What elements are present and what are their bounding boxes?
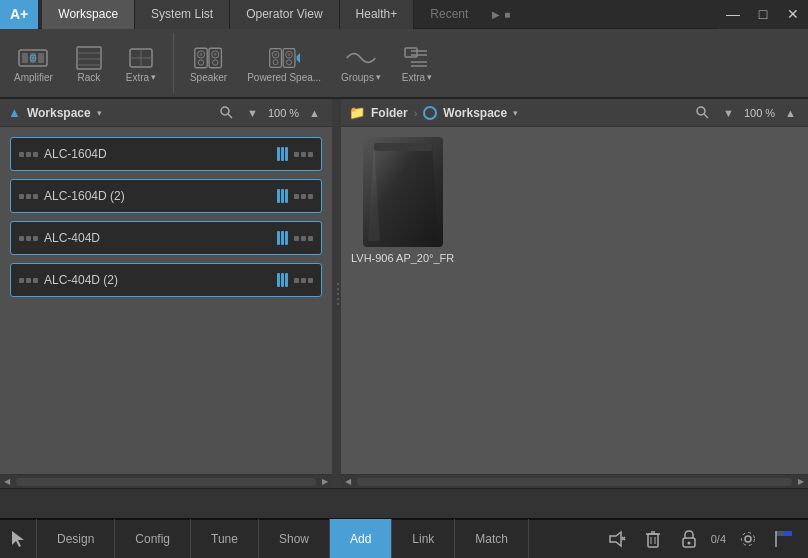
svg-point-35: [221, 107, 229, 115]
left-panel-controls: ▼ 100 % ▲: [215, 103, 324, 123]
left-panel-search-btn[interactable]: [215, 103, 237, 123]
amp-dots-2: [19, 194, 38, 199]
stop-icon[interactable]: ■: [504, 9, 510, 20]
scroll-left-arrow[interactable]: ◀: [0, 475, 14, 489]
extra-left-label: Extra: [126, 72, 149, 83]
right-workspace-label: Workspace: [443, 106, 507, 120]
left-panel-content: ALC-1604D ALC-1604D (2): [0, 127, 332, 474]
mute-btn[interactable]: [603, 525, 631, 553]
design-btn[interactable]: Design: [37, 519, 115, 558]
left-panel: ▲ Workspace ▾ ▼ 100 % ▲ A: [0, 99, 335, 488]
amp-name-1: ALC-1604D: [44, 147, 271, 161]
extra-left-icon: [125, 44, 157, 72]
tool-extra-left[interactable]: Extra ▾: [117, 40, 165, 87]
svg-point-20: [212, 59, 217, 64]
svg-marker-40: [12, 531, 24, 547]
tool-speaker[interactable]: Speaker: [182, 40, 235, 87]
amp-dots-right-1: [294, 152, 313, 157]
scroll-right-arrow[interactable]: ▶: [318, 475, 332, 489]
amp-item-3[interactable]: ALC-404D: [10, 221, 322, 255]
add-btn[interactable]: Add: [330, 519, 392, 558]
amp-name-3: ALC-404D: [44, 231, 271, 245]
left-panel-dropdown-icon[interactable]: ▾: [97, 108, 102, 118]
scroll-track[interactable]: [16, 478, 316, 486]
toolbar-separator-1: [173, 33, 174, 93]
svg-point-16: [198, 59, 203, 64]
amp-dots-4: [19, 278, 38, 283]
amp-dots-right-3: [294, 236, 313, 241]
svg-rect-54: [784, 531, 792, 536]
play-icon[interactable]: ▶: [492, 9, 500, 20]
right-panel-zoom-in-btn[interactable]: ▲: [781, 105, 800, 121]
maximize-button[interactable]: □: [748, 0, 778, 29]
svg-point-24: [273, 59, 278, 64]
link-btn[interactable]: Link: [392, 519, 455, 558]
toolbar: Amplifier Rack Extra ▾: [0, 29, 808, 99]
right-panel: 📁 Folder › Workspace ▾ ▼ 100 % ▲: [341, 99, 808, 488]
right-panel-filter-btn[interactable]: ▼: [719, 105, 738, 121]
amp-handle-3: [277, 231, 288, 245]
svg-rect-44: [648, 534, 658, 547]
close-button[interactable]: ✕: [778, 0, 808, 29]
svg-rect-53: [776, 531, 784, 536]
main-area: ▲ Workspace ▾ ▼ 100 % ▲ A: [0, 99, 808, 488]
speaker-item[interactable]: LVH-906 AP_20°_FR: [351, 137, 454, 265]
tool-rack[interactable]: Rack: [65, 40, 113, 87]
right-workspace-dropdown-icon[interactable]: ▾: [513, 108, 518, 118]
extra-right-dropdown-icon: ▾: [427, 72, 432, 82]
title-bar: A+ Workspace System List Operator View H…: [0, 0, 808, 29]
amp-dots-3: [19, 236, 38, 241]
amp-item-1[interactable]: ALC-1604D: [10, 137, 322, 171]
amplifier-icon: [17, 44, 49, 72]
right-scroll-left-arrow[interactable]: ◀: [341, 475, 355, 489]
speaker-icon: [193, 44, 225, 72]
svg-rect-1: [22, 53, 28, 63]
tune-btn[interactable]: Tune: [191, 519, 259, 558]
tab-operator-view[interactable]: Operator View: [230, 0, 339, 29]
left-panel-scrollbar[interactable]: ◀ ▶: [0, 474, 332, 488]
tab-system-list[interactable]: System List: [135, 0, 230, 29]
svg-point-23: [274, 53, 277, 56]
bottom-toolbar: Design Config Tune Show Add Link Match: [0, 518, 808, 558]
settings-btn[interactable]: [734, 525, 762, 553]
left-panel-collapse-icon[interactable]: ▲: [8, 105, 21, 120]
right-panel-controls: ▼ 100 % ▲: [691, 103, 800, 123]
groups-label: Groups: [341, 72, 374, 83]
amp-handle-4: [277, 273, 288, 287]
tool-groups[interactable]: Groups ▾: [333, 40, 389, 87]
right-scroll-track[interactable]: [357, 478, 792, 486]
minimize-button[interactable]: —: [718, 0, 748, 29]
left-panel-header: ▲ Workspace ▾ ▼ 100 % ▲: [0, 99, 332, 127]
info-bar: [0, 488, 808, 518]
folder-icon: 📁: [349, 105, 365, 120]
lock-btn[interactable]: [675, 525, 703, 553]
app-logo[interactable]: A+: [0, 0, 38, 29]
folder-label: Folder: [371, 106, 408, 120]
amp-item-4[interactable]: ALC-404D (2): [10, 263, 322, 297]
svg-marker-29: [297, 52, 300, 62]
show-btn[interactable]: Show: [259, 519, 330, 558]
svg-point-27: [288, 53, 291, 56]
left-panel-title: Workspace: [27, 106, 91, 120]
cursor-tool-btn[interactable]: [0, 519, 37, 558]
match-btn[interactable]: Match: [455, 519, 529, 558]
extra-right-icon: [401, 44, 433, 72]
tool-amplifier[interactable]: Amplifier: [6, 40, 61, 87]
config-btn[interactable]: Config: [115, 519, 191, 558]
groups-dropdown-icon: ▾: [376, 72, 381, 82]
left-panel-zoom-in-btn[interactable]: ▲: [305, 105, 324, 121]
amp-name-2: ALC-1604D (2): [44, 189, 271, 203]
extra-left-dropdown-icon: ▾: [151, 72, 156, 82]
amp-item-2[interactable]: ALC-1604D (2): [10, 179, 322, 213]
delete-btn[interactable]: [639, 525, 667, 553]
tab-health-plus[interactable]: Health+: [340, 0, 415, 29]
tab-workspace[interactable]: Workspace: [42, 0, 135, 29]
right-panel-search-btn[interactable]: [691, 103, 713, 123]
tool-extra-right[interactable]: Extra ▾: [393, 40, 441, 87]
flag-btn[interactable]: [770, 525, 798, 553]
tool-powered-speaker[interactable]: Powered Spea...: [239, 40, 329, 87]
right-panel-scrollbar[interactable]: ◀ ▶: [341, 474, 808, 488]
right-scroll-right-arrow[interactable]: ▶: [794, 475, 808, 489]
left-panel-filter-btn[interactable]: ▼: [243, 105, 262, 121]
svg-rect-39: [374, 143, 432, 151]
